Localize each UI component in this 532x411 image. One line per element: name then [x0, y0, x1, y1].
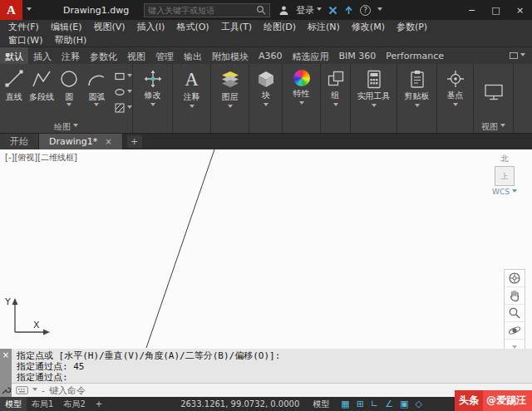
- command-close-icon[interactable]: ×: [2, 351, 9, 360]
- ribbon-panel-utilities[interactable]: 实用工具: [351, 64, 397, 133]
- search-icon[interactable]: [256, 5, 266, 15]
- ribbon-tab-output[interactable]: 输出: [179, 47, 207, 64]
- menu-view[interactable]: 视图(V): [87, 21, 131, 33]
- command-input-placeholder[interactable]: 键入命令: [49, 384, 86, 397]
- draw-panel-expand-icon: [73, 124, 78, 130]
- menu-modify[interactable]: 修改(M): [346, 21, 391, 33]
- circle-tool-button[interactable]: 圆: [56, 64, 83, 120]
- maximize-button[interactable]: □: [484, 0, 508, 20]
- layout-tab-add[interactable]: +: [91, 397, 107, 411]
- drawing-canvas[interactable]: [-][俯视][二维线框] 北 上 WCS Y X: [0, 149, 532, 349]
- menu-draw[interactable]: 绘图(D): [258, 21, 302, 33]
- ribbon-panel-basepoint[interactable]: 基点: [437, 64, 474, 133]
- viewcube-top-face[interactable]: 上: [495, 166, 515, 186]
- share-upload-icon[interactable]: [344, 6, 353, 15]
- model-space-toggle[interactable]: 模型: [313, 399, 329, 410]
- menu-file[interactable]: 文件(F): [2, 21, 45, 33]
- layout-tab-layout1[interactable]: 布局1: [27, 397, 58, 411]
- ribbon-panel-layers[interactable]: 图层: [211, 64, 249, 133]
- draw-panel-label: 绘图: [54, 121, 71, 133]
- arc-dropdown-icon[interactable]: [94, 103, 99, 109]
- rectangle-tool-button[interactable]: [114, 71, 132, 82]
- pan-button[interactable]: [505, 287, 525, 305]
- polyline-tool-button[interactable]: 多段线: [27, 64, 55, 120]
- search-input[interactable]: [148, 6, 256, 15]
- search-box[interactable]: [144, 3, 270, 17]
- properties-panel-label: 特性: [293, 88, 310, 100]
- snap-toggle-icon[interactable]: ⊞: [357, 399, 364, 409]
- menu-window[interactable]: 窗口(W): [2, 34, 48, 46]
- arc-tool-button[interactable]: 圆弧: [83, 64, 111, 120]
- menu-dimension[interactable]: 标注(N): [302, 21, 346, 33]
- ribbon-tab-parametric[interactable]: 参数化: [85, 47, 122, 64]
- view-panel-footer[interactable]: 视图: [474, 120, 513, 133]
- ribbon-tab-home[interactable]: 默认: [0, 47, 28, 64]
- command-options-caret-icon[interactable]: [32, 388, 37, 394]
- ribbon-tab-featured-apps[interactable]: 精选应用: [288, 47, 334, 64]
- line-tool-button[interactable]: 直线: [0, 64, 27, 120]
- ribbon-panel-annotate[interactable]: A 注释: [173, 64, 211, 133]
- annotation-scale-toggle-icon[interactable]: ◇: [415, 399, 421, 409]
- file-tab-start[interactable]: 开始: [0, 134, 39, 149]
- minimize-button[interactable]: ─: [460, 0, 484, 20]
- layout-tab-model[interactable]: 模型: [0, 397, 27, 411]
- ribbon-panel-group[interactable]: 组: [321, 64, 351, 133]
- view-tool-button[interactable]: [474, 64, 513, 120]
- help-icon[interactable]: ?: [360, 5, 371, 16]
- close-button[interactable]: ×: [508, 0, 532, 20]
- ribbon-tab-manage[interactable]: 管理: [150, 47, 179, 64]
- help-caret-icon[interactable]: [377, 7, 382, 13]
- ribbon-tab-addins[interactable]: 附加模块: [207, 47, 254, 64]
- ribbon-panel-properties[interactable]: 特性: [283, 64, 321, 133]
- new-drawing-button[interactable]: +: [127, 135, 142, 148]
- ellipse-tool-button[interactable]: [114, 86, 132, 98]
- ribbon-tab-insert[interactable]: 插入: [28, 47, 57, 64]
- ribbon-tab-a360[interactable]: A360: [254, 47, 288, 64]
- zoom-button[interactable]: [505, 305, 525, 322]
- user-icon[interactable]: [278, 5, 289, 16]
- ribbon-panel-modify[interactable]: 修改: [133, 64, 173, 133]
- menu-edit[interactable]: 编辑(E): [45, 21, 88, 33]
- view-cube[interactable]: 北 上 WCS: [485, 154, 524, 196]
- a360-sync-icon[interactable]: [328, 6, 337, 15]
- command-prompt-symbol: -: [42, 385, 45, 396]
- layout-tab-layout2[interactable]: 布局2: [58, 397, 90, 411]
- file-tab-drawing1[interactable]: Drawing1*×: [39, 134, 123, 149]
- object-snap-toggle-icon[interactable]: ▣: [400, 399, 408, 409]
- ribbon-tab-performance[interactable]: Performance: [381, 47, 449, 64]
- ucs-icon[interactable]: Y X: [3, 294, 53, 342]
- orbit-button[interactable]: [505, 322, 525, 340]
- keyboard-icon[interactable]: [16, 386, 28, 394]
- menu-format[interactable]: 格式(O): [170, 21, 214, 33]
- status-toggle-icons: ▦ ⊞ ∟ ∠ ▣ ◇: [341, 399, 422, 409]
- polar-tracking-toggle-icon[interactable]: ∠: [385, 399, 393, 409]
- app-menu-caret-icon[interactable]: [27, 7, 32, 13]
- ribbon-panel-clipboard[interactable]: 剪贴板: [397, 64, 437, 133]
- command-history-line: 指定通过点: 45: [17, 361, 527, 372]
- menu-parametric[interactable]: 参数(P): [391, 21, 433, 33]
- ribbon-tab-annotate[interactable]: 注释: [57, 47, 85, 64]
- navbar-more-button[interactable]: [505, 340, 525, 349]
- ribbon-display-toggle[interactable]: [510, 47, 532, 64]
- file-tab-close-icon[interactable]: ×: [105, 137, 111, 146]
- wcs-selector[interactable]: WCS: [492, 188, 517, 196]
- ribbon-tab-bim360[interactable]: BIM 360: [334, 47, 382, 64]
- document-title: Drawing1.dwg: [57, 3, 135, 17]
- steering-wheel-button[interactable]: [505, 270, 525, 287]
- grid-toggle-icon[interactable]: ▦: [341, 399, 349, 409]
- sign-in-button[interactable]: 登录: [296, 4, 322, 17]
- group-icon: [327, 70, 345, 88]
- command-customize-wrench-icon[interactable]: [2, 385, 11, 394]
- basepoint-panel-caret-icon: [453, 103, 458, 109]
- ribbon-tab-view[interactable]: 视图: [122, 47, 150, 64]
- ortho-toggle-icon[interactable]: ∟: [371, 399, 378, 409]
- menu-insert[interactable]: 插入(I): [131, 21, 171, 33]
- ribbon-panel-block[interactable]: 块: [249, 64, 283, 133]
- menu-tools[interactable]: 工具(T): [215, 21, 258, 33]
- circle-dropdown-icon[interactable]: [66, 103, 71, 109]
- menu-help[interactable]: 帮助(H): [48, 34, 92, 46]
- app-menu-button[interactable]: A: [0, 0, 22, 20]
- watermark-brand: 头条: [455, 390, 483, 411]
- hatch-tool-button[interactable]: [114, 102, 132, 114]
- draw-panel-footer[interactable]: 绘图: [0, 120, 132, 133]
